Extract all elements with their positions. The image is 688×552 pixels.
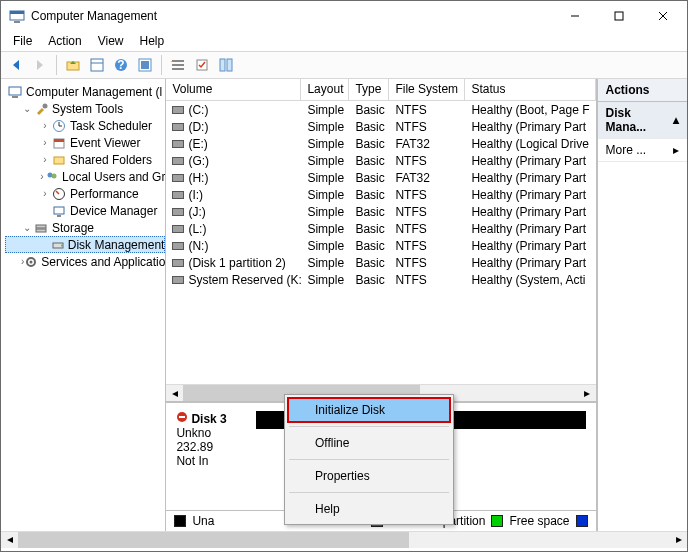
separator <box>56 55 57 75</box>
table-row[interactable]: (D:)SimpleBasicNTFSHealthy (Primary Part <box>166 118 595 135</box>
volume-icon <box>172 208 184 216</box>
svg-rect-4 <box>615 12 623 20</box>
actions-pane: Actions Disk Mana...▴ More ...▸ <box>598 79 688 531</box>
tree-disk-management[interactable]: Disk Management <box>5 236 165 253</box>
tree-services[interactable]: ›Services and Applicatio <box>5 253 165 270</box>
svg-rect-21 <box>12 96 18 98</box>
scroll-left-icon[interactable]: ◂ <box>1 532 18 548</box>
volume-icon <box>172 140 184 148</box>
expand-icon[interactable]: › <box>39 137 51 148</box>
table-row[interactable]: (E:)SimpleBasicFAT32Healthy (Logical Dri… <box>166 135 595 152</box>
col-filesystem[interactable]: File System <box>389 79 465 100</box>
svg-rect-15 <box>172 64 184 66</box>
svg-rect-16 <box>172 68 184 70</box>
svg-rect-1 <box>10 11 24 14</box>
svg-rect-34 <box>57 215 61 217</box>
menu-view[interactable]: View <box>90 32 132 50</box>
volume-icon <box>172 157 184 165</box>
volume-list[interactable]: (C:)SimpleBasicNTFSHealthy (Boot, Page F… <box>166 101 595 384</box>
menu-bar: File Action View Help <box>1 31 687 51</box>
disk-title: Disk 3 <box>191 412 226 426</box>
expand-icon[interactable]: ⌄ <box>21 103 33 114</box>
tree-task-scheduler[interactable]: ›Task Scheduler <box>5 117 165 134</box>
expand-icon[interactable]: ⌄ <box>21 222 33 233</box>
legend-swatch-free <box>491 515 503 527</box>
table-row[interactable]: (H:)SimpleBasicFAT32Healthy (Primary Par… <box>166 169 595 186</box>
tree-label: Storage <box>52 221 94 235</box>
separator <box>289 426 449 427</box>
bottom-scrollbar[interactable]: ◂ ▸ <box>1 531 687 548</box>
table-row[interactable]: (Disk 1 partition 2)SimpleBasicNTFSHealt… <box>166 254 595 271</box>
table-row[interactable]: (L:)SimpleBasicNTFSHealthy (Primary Part <box>166 220 595 237</box>
col-status[interactable]: Status <box>465 79 595 100</box>
tree-performance[interactable]: ›Performance <box>5 185 165 202</box>
storage-icon <box>33 220 49 236</box>
table-row[interactable]: (I:)SimpleBasicNTFSHealthy (Primary Part <box>166 186 595 203</box>
menu-offline[interactable]: Offline <box>287 430 451 456</box>
folder-icon <box>51 152 67 168</box>
folder-up-icon[interactable] <box>62 54 84 76</box>
scroll-thumb[interactable] <box>18 532 409 548</box>
refresh-icon[interactable] <box>134 54 156 76</box>
tree-storage[interactable]: ⌄Storage <box>5 219 165 236</box>
tree-device-manager[interactable]: Device Manager <box>5 202 165 219</box>
maximize-button[interactable] <box>597 1 641 31</box>
list-icon[interactable] <box>167 54 189 76</box>
separator <box>161 55 162 75</box>
menu-initialize-disk[interactable]: Initialize Disk <box>287 397 451 423</box>
help-icon[interactable]: ? <box>110 54 132 76</box>
svg-rect-13 <box>141 61 149 69</box>
menu-properties[interactable]: Properties <box>287 463 451 489</box>
tree-label: Event Viewer <box>70 136 140 150</box>
col-volume[interactable]: Volume <box>166 79 301 100</box>
actions-disk-management[interactable]: Disk Mana...▴ <box>598 102 688 139</box>
layout-icon[interactable] <box>215 54 237 76</box>
settings-icon[interactable] <box>191 54 213 76</box>
table-row[interactable]: System Reserved (K:)SimpleBasicNTFSHealt… <box>166 271 595 288</box>
table-row[interactable]: (G:)SimpleBasicNTFSHealthy (Primary Part <box>166 152 595 169</box>
tree-root[interactable]: Computer Management (l <box>5 83 165 100</box>
table-row[interactable]: (N:)SimpleBasicNTFSHealthy (Primary Part <box>166 237 595 254</box>
tree-label: Computer Management (l <box>26 85 162 99</box>
forward-button[interactable] <box>29 54 51 76</box>
disk-info: Disk 3 Unkno 232.89 Not In <box>176 411 256 468</box>
expand-icon[interactable]: › <box>39 154 51 165</box>
tree-event-viewer[interactable]: ›Event Viewer <box>5 134 165 151</box>
actions-more[interactable]: More ...▸ <box>598 139 688 162</box>
tree-label: Services and Applicatio <box>41 255 165 269</box>
tree-shared-folders[interactable]: ›Shared Folders <box>5 151 165 168</box>
app-icon <box>9 8 25 24</box>
col-type[interactable]: Type <box>349 79 389 100</box>
scroll-right-icon[interactable]: ▸ <box>670 532 687 548</box>
svg-rect-33 <box>54 207 64 214</box>
disk-status-2: Not In <box>176 454 256 468</box>
expand-icon[interactable]: › <box>39 188 51 199</box>
volume-icon <box>172 106 184 114</box>
col-layout[interactable]: Layout <box>301 79 349 100</box>
scroll-right-icon[interactable]: ▸ <box>579 385 596 402</box>
tree-system-tools[interactable]: ⌄ System Tools <box>5 100 165 117</box>
close-button[interactable] <box>641 1 685 31</box>
svg-rect-20 <box>9 87 21 95</box>
table-row[interactable]: (J:)SimpleBasicNTFSHealthy (Primary Part <box>166 203 595 220</box>
svg-text:?: ? <box>117 58 124 72</box>
table-row[interactable]: (C:)SimpleBasicNTFSHealthy (Boot, Page F <box>166 101 595 118</box>
menu-help[interactable]: Help <box>287 496 451 522</box>
services-icon <box>24 254 38 270</box>
back-button[interactable] <box>5 54 27 76</box>
svg-rect-27 <box>54 139 64 142</box>
menu-action[interactable]: Action <box>40 32 89 50</box>
svg-point-22 <box>43 103 48 108</box>
scroll-left-icon[interactable]: ◂ <box>166 385 183 402</box>
volume-icon <box>172 123 184 131</box>
tree-local-users[interactable]: ›Local Users and Gr <box>5 168 165 185</box>
menu-help[interactable]: Help <box>132 32 173 50</box>
volume-icon <box>172 276 184 284</box>
svg-rect-35 <box>36 225 46 228</box>
volume-icon <box>172 259 184 267</box>
menu-file[interactable]: File <box>5 32 40 50</box>
navigation-tree[interactable]: Computer Management (l ⌄ System Tools ›T… <box>1 79 166 531</box>
expand-icon[interactable]: › <box>39 120 51 131</box>
minimize-button[interactable] <box>553 1 597 31</box>
properties-icon[interactable] <box>86 54 108 76</box>
